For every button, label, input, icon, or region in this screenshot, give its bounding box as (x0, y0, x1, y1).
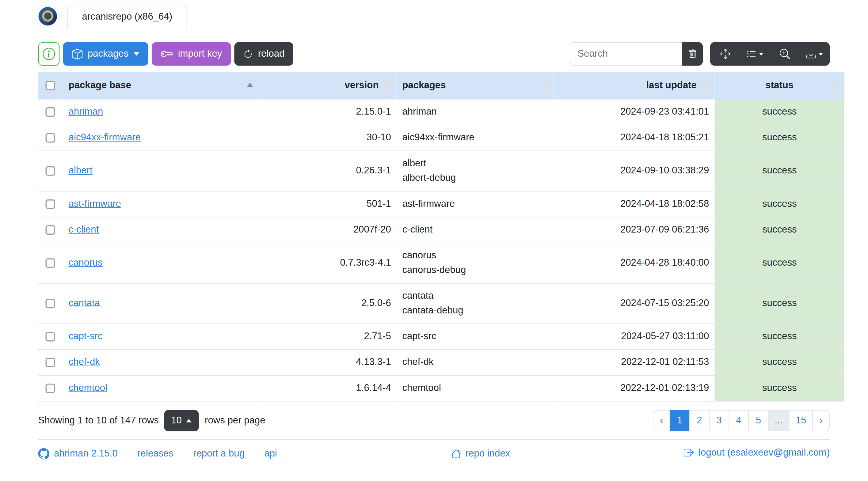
status-cell: success (715, 217, 844, 243)
table-row: canorus0.7.3rc3-4.1canoruscanorus-debug2… (38, 243, 844, 283)
fullscreen-search-button[interactable] (770, 42, 800, 66)
package-base-cell: ahriman (62, 99, 259, 125)
page-size-dropdown-button[interactable]: 10 (164, 410, 199, 431)
column-label: packages (402, 79, 446, 90)
page-button-4[interactable]: 4 (728, 410, 749, 431)
package-base-cell: chemtool (62, 375, 259, 401)
packages-button-label: packages (88, 49, 128, 60)
package-base-link[interactable]: albert (69, 165, 93, 176)
package-base-link[interactable]: chemtool (69, 382, 107, 393)
package-base-cell: cantata (62, 283, 259, 323)
column-header-status[interactable]: status (715, 72, 844, 99)
info-button[interactable] (38, 42, 60, 66)
logout-icon (684, 447, 694, 457)
column-header-last-update[interactable]: last update (554, 72, 715, 99)
status-cell: success (715, 99, 844, 125)
row-checkbox[interactable] (45, 166, 55, 176)
pagination-summary: Showing 1 to 10 of 147 rows (38, 415, 159, 426)
last-update-cell: 2022-12-01 02:11:53 (554, 349, 715, 375)
last-update-cell: 2024-09-10 03:38:29 (554, 151, 715, 191)
prev-page-button[interactable]: ‹ (653, 410, 670, 431)
export-dropdown-button[interactable] (800, 42, 830, 66)
table-body: ahriman2.15.0-1ahriman2024-09-23 03:41:0… (38, 99, 844, 401)
row-select-cell (38, 243, 62, 283)
list-columns-icon (747, 49, 756, 59)
import-key-button-label: import key (178, 49, 222, 60)
last-update-cell: 2024-04-18 18:05:21 (554, 125, 715, 151)
table-row: chemtool1.6.14-4chemtool2022-12-01 02:13… (38, 375, 844, 401)
ahriman-version-link[interactable]: ahriman 2.15.0 (38, 448, 118, 459)
package-base-link[interactable]: capt-src (69, 331, 103, 342)
row-checkbox[interactable] (45, 133, 55, 142)
table-row: capt-src2.71-5capt-src2024-05-27 03:11:0… (38, 323, 844, 349)
select-all-checkbox[interactable] (45, 81, 55, 90)
row-select-cell (38, 151, 62, 191)
row-checkbox[interactable] (45, 384, 55, 393)
page-button-3[interactable]: 3 (709, 410, 729, 431)
clear-search-button[interactable] (682, 42, 703, 66)
status-cell: success (715, 191, 844, 217)
row-checkbox[interactable] (45, 358, 55, 367)
packages-cell: ahriman (395, 99, 553, 125)
package-base-link[interactable]: canorus (69, 257, 103, 268)
table-row: ast-firmware501-1ast-firmware2024-04-18 … (38, 191, 844, 217)
row-checkbox[interactable] (45, 199, 55, 209)
packages-dropdown-button[interactable]: packages (63, 42, 148, 66)
report-bug-link[interactable]: report a bug (193, 448, 245, 459)
packages-table: package base version packages last updat… (38, 72, 844, 402)
logout-link[interactable]: logout (esalexeev@gmail.com) (684, 447, 830, 458)
column-header-packages[interactable]: packages (395, 72, 553, 99)
arrows-move-icon (720, 49, 730, 59)
select-all-header (38, 72, 62, 99)
row-checkbox[interactable] (45, 332, 55, 341)
last-update-cell: 2024-04-18 18:02:58 (554, 191, 715, 217)
package-base-cell: capt-src (62, 323, 259, 349)
column-header-version[interactable]: version (258, 72, 395, 99)
sort-both-icon (833, 80, 839, 91)
search-group (570, 42, 703, 66)
row-checkbox[interactable] (45, 107, 55, 117)
last-update-cell: 2024-07-15 03:25:20 (554, 283, 715, 323)
row-select-cell (38, 283, 62, 323)
page-button-2[interactable]: 2 (689, 410, 710, 431)
chevron-down-icon (759, 53, 764, 55)
search-input[interactable] (570, 42, 682, 66)
package-base-link[interactable]: ahriman (69, 106, 103, 117)
status-cell: success (715, 125, 844, 151)
package-base-cell: albert (62, 151, 259, 191)
status-cell: success (715, 323, 844, 349)
row-select-cell (38, 99, 62, 125)
last-update-cell: 2023-07-09 06:21:36 (554, 217, 715, 243)
page-button-5[interactable]: 5 (748, 410, 768, 431)
package-base-link[interactable]: chef-dk (69, 357, 100, 367)
releases-link[interactable]: releases (137, 448, 174, 459)
box-icon (72, 49, 83, 59)
rows-per-page-label: rows per page (205, 415, 265, 426)
app-root: arcanisrepo (x86_64) packages (0, 0, 868, 481)
repository-tab[interactable]: arcanisrepo (x86_64) (67, 5, 187, 29)
package-base-link[interactable]: cantata (69, 297, 100, 308)
fullscreen-button[interactable] (710, 42, 740, 66)
package-base-link[interactable]: ast-firmware (69, 198, 121, 209)
reload-button[interactable]: reload (235, 42, 293, 66)
import-key-button[interactable]: import key (152, 42, 231, 66)
package-name: c-client (402, 222, 547, 237)
row-checkbox[interactable] (45, 258, 55, 268)
repo-index-link[interactable]: repo index (451, 448, 510, 459)
column-header-package-base[interactable]: package base (62, 72, 259, 99)
package-name: aic94xx-firmware (402, 130, 547, 145)
columns-dropdown-button[interactable] (740, 42, 770, 66)
footer: ahriman 2.15.0 releases report a bug api… (38, 447, 830, 460)
logout-label: logout (esalexeev@gmail.com) (699, 447, 830, 458)
package-base-link[interactable]: aic94xx-firmware (69, 132, 141, 143)
page-button-15[interactable]: 15 (789, 410, 813, 431)
package-base-link[interactable]: c-client (69, 224, 99, 235)
page-button-1[interactable]: 1 (670, 410, 690, 431)
sort-both-icon (384, 80, 391, 91)
packages-cell: capt-src (395, 323, 553, 349)
row-checkbox[interactable] (45, 299, 55, 308)
next-page-button[interactable]: › (812, 410, 830, 431)
api-link[interactable]: api (264, 448, 277, 459)
row-checkbox[interactable] (45, 225, 55, 235)
chevron-down-icon (134, 52, 139, 56)
